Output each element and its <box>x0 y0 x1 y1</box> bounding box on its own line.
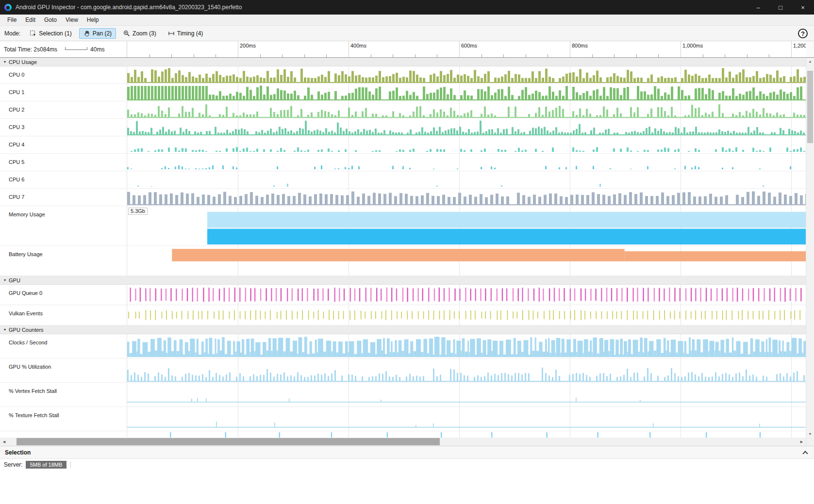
ruler-tick-label: 600ms <box>461 43 477 49</box>
ruler-corner <box>806 41 814 57</box>
chart-memory-usage[interactable]: 5.3Gb <box>127 206 806 245</box>
track-row-cpu-1: CPU 1 <box>0 84 806 101</box>
track-label-vertex-fetch-stall: % Vertex Fetch Stall <box>0 383 127 406</box>
chart-canvas-cpu-3[interactable] <box>127 119 806 136</box>
mode-button-pan-2[interactable]: Pan (2) <box>79 28 116 39</box>
ruler-minor-tick <box>658 54 659 57</box>
chart-cpu-2[interactable] <box>127 101 806 118</box>
chart-cpu-4[interactable] <box>127 136 806 153</box>
track-label-cpu-0: CPU 0 <box>0 66 127 83</box>
chart-gpu-queue-0[interactable] <box>127 285 806 305</box>
menu-view[interactable]: View <box>61 15 83 25</box>
ruler-minor-tick <box>636 54 637 57</box>
mode-button-selection-1[interactable]: Selection (1) <box>25 28 76 39</box>
track-row-vulkan-events: Vulkan Events <box>0 305 806 325</box>
menubar: FileEditGotoViewHelp <box>0 15 814 26</box>
help-button[interactable]: ? <box>798 29 808 38</box>
zoom-icon <box>123 30 130 37</box>
timing-icon <box>168 30 175 37</box>
scale-indicator-icon <box>65 47 87 50</box>
chart-canvas-cpu-1[interactable] <box>127 84 806 101</box>
chart-canvas-cpu-2[interactable] <box>127 101 806 118</box>
chart-cpu-5[interactable] <box>127 154 806 171</box>
vertical-scrollbar[interactable]: ▲ ▼ <box>806 58 814 438</box>
mode-button-timing-4[interactable]: Timing (4) <box>164 28 208 39</box>
track-label-texture-l1-miss: % Texture L1 Miss <box>0 431 127 438</box>
menu-edit[interactable]: Edit <box>21 15 40 25</box>
menu-help[interactable]: Help <box>83 15 103 25</box>
chart-canvas-clocks-second[interactable] <box>127 334 806 358</box>
chart-vulkan-events[interactable] <box>127 305 806 325</box>
section-cpu-usage[interactable]: ▾CPU Usage <box>0 58 806 66</box>
track-label-clocks-second: Clocks / Second <box>0 334 127 358</box>
app-logo-icon <box>4 4 12 11</box>
chart-cpu-0[interactable] <box>127 66 806 83</box>
ruler-minor-tick <box>260 54 261 57</box>
chart-canvas-gpu-queue-0[interactable] <box>127 285 806 305</box>
chart-canvas-cpu-7[interactable] <box>127 189 806 206</box>
menu-file[interactable]: File <box>3 15 21 25</box>
chart-canvas-vertex-fetch-stall[interactable] <box>127 383 806 406</box>
track-label-battery-usage: Battery Usage <box>0 246 127 276</box>
selection-panel-header[interactable]: Selection <box>0 446 814 458</box>
scroll-right-icon[interactable]: ▶ <box>797 438 806 446</box>
chart-cpu-7[interactable] <box>127 189 806 206</box>
maximize-button[interactable]: □ <box>769 0 792 15</box>
toolbar: Mode: Selection (1)Pan (2)Zoom (3)Timing… <box>0 26 814 41</box>
mode-button-label: Zoom (3) <box>133 30 156 37</box>
statusbar-divider <box>70 461 71 468</box>
track-label-cpu-1: CPU 1 <box>0 84 127 101</box>
chart-cpu-6[interactable] <box>127 171 806 188</box>
ruler-tick-label: 800ms <box>572 43 588 49</box>
ruler-minor-tick <box>216 54 216 57</box>
chart-gpu-utilization[interactable] <box>127 358 806 382</box>
chart-vertex-fetch-stall[interactable] <box>127 383 806 406</box>
chart-canvas-vulkan-events[interactable] <box>127 305 806 325</box>
section-gpu[interactable]: ▾GPU <box>0 276 806 285</box>
ruler-minor-tick <box>592 54 593 57</box>
horizontal-scrollbar-thumb[interactable] <box>17 438 440 445</box>
track-label-cpu-5: CPU 5 <box>0 154 127 171</box>
chart-canvas-cpu-6[interactable] <box>127 171 806 188</box>
track-list: ▾CPU UsageCPU 0CPU 1CPU 2CPU 3CPU 4CPU 5… <box>0 58 806 438</box>
chart-texture-fetch-stall[interactable] <box>127 407 806 431</box>
ruler-tick-label: 1,200ms <box>793 43 806 49</box>
ruler-minor-tick <box>371 54 371 57</box>
chart-canvas-cpu-0[interactable] <box>127 66 806 83</box>
chart-canvas-battery-usage[interactable] <box>127 246 806 276</box>
track-row-cpu-2: CPU 2 <box>0 101 806 119</box>
collapse-panel-icon[interactable] <box>802 451 808 456</box>
close-button[interactable]: × <box>792 0 814 15</box>
ruler-minor-tick <box>503 54 504 57</box>
chart-clocks-second[interactable] <box>127 334 806 358</box>
chart-canvas-memory-usage[interactable] <box>127 206 806 245</box>
scroll-up-icon[interactable]: ▲ <box>806 58 814 65</box>
ruler-minor-tick <box>614 54 615 57</box>
chart-battery-usage[interactable] <box>127 246 806 276</box>
track-label-cpu-3: CPU 3 <box>0 119 127 136</box>
ruler-minor-tick <box>703 54 703 57</box>
menu-goto[interactable]: Goto <box>40 15 61 25</box>
ruler-scale[interactable]: 200ms400ms600ms800ms1,000ms1,200ms <box>127 41 806 57</box>
mode-button-zoom-3[interactable]: Zoom (3) <box>119 28 161 39</box>
chart-canvas-texture-fetch-stall[interactable] <box>127 407 806 431</box>
ruler-minor-tick <box>171 54 172 57</box>
section-gpu-counters[interactable]: ▾GPU Counters <box>0 325 806 334</box>
chart-canvas-texture-l1-miss[interactable] <box>127 431 806 438</box>
chart-texture-l1-miss[interactable] <box>127 431 806 438</box>
horizontal-scrollbar[interactable]: ◀ ▶ <box>0 438 814 446</box>
mode-button-label: Timing (4) <box>177 30 203 37</box>
chart-cpu-3[interactable] <box>127 119 806 136</box>
vertical-scrollbar-thumb[interactable] <box>807 71 813 143</box>
chart-cpu-1[interactable] <box>127 84 806 101</box>
scroll-left-icon[interactable]: ◀ <box>0 438 8 446</box>
track-row-texture-fetch-stall: % Texture Fetch Stall <box>0 407 806 431</box>
scroll-down-icon[interactable]: ▼ <box>806 430 814 438</box>
track-row-cpu-0: CPU 0 <box>0 66 806 84</box>
chart-canvas-gpu-utilization[interactable] <box>127 358 806 382</box>
chart-canvas-cpu-5[interactable] <box>127 154 806 171</box>
mode-label: Mode: <box>4 30 20 37</box>
track-label-cpu-4: CPU 4 <box>0 136 127 153</box>
minimize-button[interactable]: – <box>747 0 769 15</box>
chart-canvas-cpu-4[interactable] <box>127 136 806 153</box>
